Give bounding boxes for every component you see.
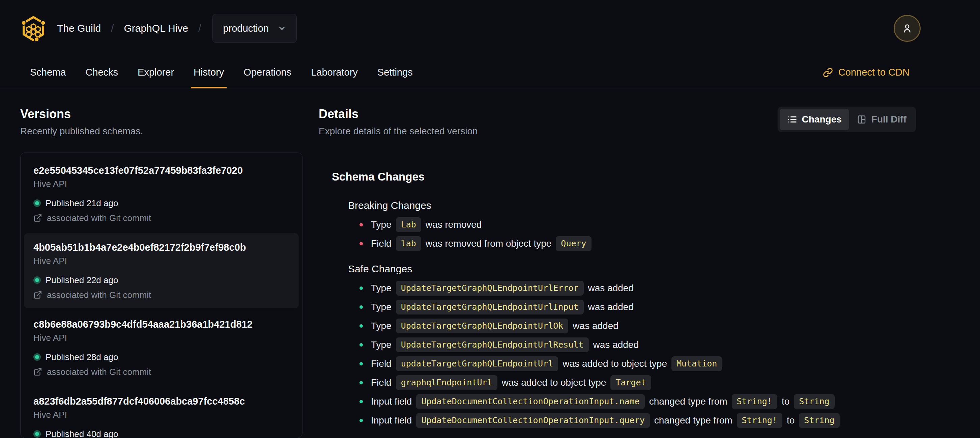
breadcrumb-org[interactable]: The Guild [57,22,101,34]
change-text: was added [588,283,634,293]
change-item: TypeUpdateTargetGraphQLEndpointUrlResult… [360,335,916,354]
external-link-icon [33,368,42,376]
versions-list: e2e55045345ce13fe07f52a77459b83fa3fe7020… [20,153,302,438]
view-toggle: ChangesFull Diff [778,107,916,132]
bullet-dot [360,362,363,365]
details-title: Details [319,107,478,121]
code-chip: Target [610,375,651,390]
change-text: was added to object type [563,358,667,369]
code-chip: lab [396,236,421,251]
version-card[interactable]: c8b6e88a06793b9c4dfd54aaa21b36a1b421d812… [24,310,299,385]
version-hash: a823f6db2a55df877dcf406006abca97fcc4858c [33,395,290,407]
view-toggle-label: Full Diff [872,114,907,125]
git-commit-link-text: associated with Git commit [47,213,151,223]
change-text: Input field [371,415,412,426]
change-item: TypeUpdateTargetGraphQLEndpointUrlOkwas … [360,317,916,335]
change-text: changed type from [649,396,727,407]
code-chip: UpdateTargetGraphQLEndpointUrlOk [396,319,569,333]
git-commit-link[interactable]: associated with Git commit [33,367,290,377]
breadcrumb-project[interactable]: GraphQL Hive [124,22,188,34]
version-card[interactable]: 4b05ab51b1b4a7e2e4b0ef82172f2b9f7ef98c0b… [24,233,299,308]
versions-subtitle: Recently published schemas. [20,126,302,137]
change-text: changed type from [654,415,732,426]
published-dot [33,353,41,361]
publish-status: Published 40d ago [33,429,290,438]
changes-button[interactable]: Changes [780,109,849,130]
change-text: was removed from object type [426,238,552,249]
list-icon [787,115,797,124]
tab-laboratory[interactable]: Laboratory [311,57,358,88]
main-content: Versions Recently published schemas. e2e… [0,88,980,438]
versions-title: Versions [20,107,302,121]
bullet-dot [360,223,363,226]
tab-schema[interactable]: Schema [30,57,66,88]
code-chip: graphqlEndpointUrl [396,375,498,390]
bullet-dot [360,419,363,422]
full-diff-button[interactable]: Full Diff [849,109,914,130]
guild-hive-logo-icon[interactable] [19,14,48,43]
connect-to-cdn-button[interactable]: Connect to CDN [823,57,910,88]
change-sections: Breaking ChangesTypeLabwas removedFieldl… [348,199,916,430]
target-selector-dropdown[interactable]: production [212,14,296,43]
code-chip: UpdateDocumentCollectionOperationInput.q… [416,413,649,428]
chevron-down-icon [278,24,286,33]
details-titles: Details Explore details of the selected … [319,107,478,137]
git-commit-link-text: associated with Git commit [47,290,151,300]
tab-explorer[interactable]: Explorer [138,57,174,88]
change-item: FieldgraphqlEndpointUrlwas added to obje… [360,373,916,392]
git-commit-link-text: associated with Git commit [47,367,151,377]
change-item: Fieldlabwas removed from object typeQuer… [360,234,916,253]
code-chip: UpdateTargetGraphQLEndpointUrlInput [396,299,584,314]
bullet-dot [360,287,363,290]
tab-history[interactable]: History [194,57,224,88]
schema-changes-section: Schema Changes Breaking ChangesTypeLabwa… [332,170,916,430]
service-name: Hive API [33,178,290,189]
tab-settings[interactable]: Settings [377,57,413,88]
change-text: Type [371,219,391,230]
code-chip: UpdateTargetGraphQLEndpointUrlError [396,281,584,296]
user-avatar[interactable] [894,15,921,42]
code-chip: Mutation [671,356,722,371]
publish-status-text: Published 28d ago [46,352,118,362]
bullet-dot [360,306,363,309]
link-icon [823,67,833,78]
version-hash: 4b05ab51b1b4a7e2e4b0ef82172f2b9f7ef98c0b [33,241,290,253]
version-hash: e2e55045345ce13fe07f52a77459b83fa3fe7020 [33,164,290,177]
target-selector-value: production [223,23,269,34]
service-name: Hive API [33,255,290,266]
change-text: was added [573,320,618,331]
schema-changes-title: Schema Changes [332,170,916,183]
change-text: was added [593,339,639,350]
version-hash: c8b6e88a06793b9c4dfd54aaa21b36a1b421d812 [33,318,290,330]
tab-operations[interactable]: Operations [243,57,291,88]
breadcrumb-separator: / [111,22,114,34]
change-text: to [787,415,794,426]
change-item: TypeUpdateTargetGraphQLEndpointUrlInputw… [360,298,916,317]
code-chip: String [794,394,834,409]
change-text: Input field [371,396,412,407]
external-link-icon [33,290,42,299]
code-chip: Lab [396,217,421,232]
change-text: Type [371,302,391,312]
publish-status-text: Published 21d ago [46,198,118,208]
publish-status: Published 22d ago [33,275,290,285]
tab-checks[interactable]: Checks [85,57,118,88]
git-commit-link[interactable]: associated with Git commit [33,290,290,300]
change-text: Field [371,377,391,388]
details-subtitle: Explore details of the selected version [319,126,478,137]
version-card[interactable]: e2e55045345ce13fe07f52a77459b83fa3fe7020… [24,156,299,231]
version-card[interactable]: a823f6db2a55df877dcf406006abca97fcc4858c… [24,387,299,438]
versions-panel: Versions Recently published schemas. e2e… [20,107,302,438]
service-name: Hive API [33,409,290,420]
bullet-dot [360,400,363,403]
change-text: was added [588,302,634,312]
change-text: Field [371,238,391,249]
change-text: was removed [426,219,482,230]
git-commit-link[interactable]: associated with Git commit [33,213,290,223]
published-dot [33,276,41,284]
code-chip: updateTargetGraphQLEndpointUrl [396,356,558,371]
change-item: TypeLabwas removed [360,215,916,234]
bullet-dot [360,324,363,328]
section-title-breaking: Breaking Changes [348,199,916,212]
change-list-safe: TypeUpdateTargetGraphQLEndpointUrlErrorw… [348,279,916,430]
